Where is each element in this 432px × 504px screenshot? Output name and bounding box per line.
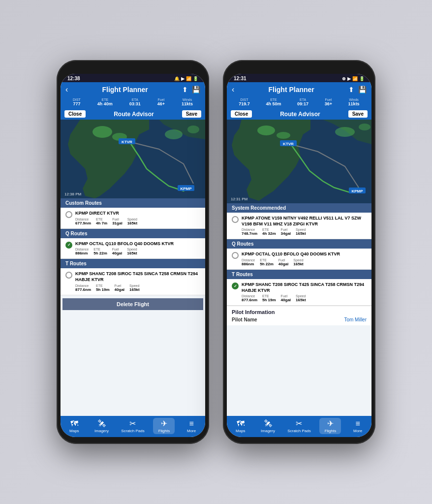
route-radio-qr1[interactable] <box>232 252 239 259</box>
section-custom-routes: Custom Routes <box>61 198 205 208</box>
svg-point-4 <box>187 126 199 133</box>
svg-point-1 <box>93 126 112 138</box>
status-time-right: 12:31 <box>234 76 247 81</box>
stat-fuel-left: Fuel 46+ <box>157 98 165 106</box>
pilot-info-section: Pilot Information Pilot Name Tom Miller <box>227 306 371 325</box>
header-icons-right: ⬆ 💾 <box>348 86 367 94</box>
routes-content-left[interactable]: Custom Routes KPMP DIRECT KTVR Distance6… <box>61 198 205 416</box>
route-radio-t1[interactable] <box>65 272 72 279</box>
save-button-right[interactable]: Save <box>348 110 368 118</box>
phone-left: 12:38 🔔 ▶ 📶 🔋 ‹ Flight Planner ⬆ 💾 <box>57 60 209 444</box>
route-item-custom-1[interactable]: KPMP DIRECT KTVR Distance677.9nm ETE4h 7… <box>61 208 205 229</box>
wifi-icon: ▶ <box>181 76 185 81</box>
route-radio-q1[interactable] <box>65 242 72 249</box>
route-item-q-1[interactable]: KPMP OCTAL Q110 BFOLO Q40 DOOMS KTVR Dis… <box>61 238 205 259</box>
scratchpads-icon-left: ✂ <box>129 419 136 428</box>
stat-fuel-right: Fuel 36+ <box>325 98 332 106</box>
route-radio-tr1[interactable] <box>232 283 239 289</box>
route-waypoints-qr1: KPMP OCTAL Q110 BFOLO Q40 DOOMS KTVR <box>242 252 367 257</box>
route-waypoints-1: KPMP DIRECT KTVR <box>75 211 200 217</box>
nav-more-left[interactable]: ≡ More <box>181 418 202 434</box>
nav-scratchpads-left[interactable]: ✂ Scratch Pads <box>118 418 148 434</box>
route-text-tr1: KPMP SHANC T208 SIROC T425 SINCA T258 CR… <box>242 282 367 302</box>
save-icon-right[interactable]: 💾 <box>358 86 367 94</box>
scratchpads-icon-right: ✂ <box>296 419 302 428</box>
route-waypoints-tr1: KPMP SHANC T208 SIROC T425 SINCA T258 CR… <box>242 282 367 293</box>
nav-scratchpads-right[interactable]: ✂ Scratch Pads <box>284 418 314 434</box>
route-advisor-bar-right: Close Route Advisor Save <box>227 108 371 120</box>
route-text-t1: KPMP SHANC T208 SIROC T425 SINCA T258 CR… <box>75 271 200 291</box>
route-radio-sys1[interactable] <box>232 216 239 223</box>
app-title-right: Flight Planner <box>268 86 314 94</box>
nav-maps-left[interactable]: 🗺 Maps <box>63 418 85 434</box>
save-button-left[interactable]: Save <box>182 110 201 118</box>
route-waypoints-q1: KPMP OCTAL Q110 BFOLO Q40 DOOMS KTVR <box>75 241 200 247</box>
header-icons-left: ⬆ 💾 <box>182 86 200 94</box>
routes-content-right[interactable]: System Recommended KPMP ATONE V159 NITNY… <box>227 203 371 416</box>
notification-icon-r: ⊕ <box>342 76 346 81</box>
nav-imagery-right[interactable]: 🛰 Imagery <box>257 418 279 434</box>
nav-imagery-left[interactable]: 🛰 Imagery <box>91 418 113 434</box>
back-button-right[interactable]: ‹ <box>232 85 234 94</box>
svg-point-12 <box>335 127 355 137</box>
flights-icon-right: ✈ <box>327 419 334 428</box>
route-advisor-title-right: Route Advisor <box>280 111 320 118</box>
back-button-left[interactable]: ‹ <box>65 85 68 94</box>
map-area-right: KTVR KPMP 12:31 PM <box>227 120 371 203</box>
save-icon-left[interactable]: 💾 <box>192 86 200 94</box>
stats-row-right: DIST 719.7 ETE 4h 50m ETA 09:17 Fuel 36+… <box>227 97 371 108</box>
svg-text:KPMP: KPMP <box>180 187 192 191</box>
route-stats-sys1: Distance748.7nm ETE4h 32m Fuel34gal Spee… <box>242 228 367 236</box>
close-button-right[interactable]: Close <box>231 110 252 118</box>
share-icon-right[interactable]: ⬆ <box>348 86 354 94</box>
nav-more-right[interactable]: ≡ More <box>347 418 369 434</box>
route-item-sys-1[interactable]: KPMP ATONE V159 NITNY V492 RELLI V511 LA… <box>227 213 371 239</box>
nav-maps-right[interactable]: 🗺 Maps <box>230 418 251 434</box>
route-radio-1[interactable] <box>65 211 72 218</box>
route-advisor-bar-left: Close Route Advisor Save <box>61 108 205 120</box>
nav-flights-right[interactable]: ✈ Flights <box>319 418 341 434</box>
share-icon-left[interactable]: ⬆ <box>182 86 188 94</box>
route-stats-qr1: Distance886nm ETE5h 22m Fuel40gal Speed1… <box>242 258 367 266</box>
stat-dist-left: DIST 777 <box>73 98 81 106</box>
stat-ete-right: ETE 4h 50m <box>266 98 281 106</box>
bottom-nav-right: 🗺 Maps 🛰 Imagery ✂ Scratch Pads ✈ Flight… <box>227 416 371 437</box>
svg-point-13 <box>359 124 370 130</box>
app-header-right: ‹ Flight Planner ⬆ 💾 <box>227 82 371 97</box>
section-system-recommended: System Recommended <box>227 203 371 213</box>
route-advisor-title-left: Route Advisor <box>114 111 154 118</box>
status-bar-right: 12:31 ⊕ ▶ 📶 🔋 <box>227 74 371 82</box>
map-time-right: 12:31 PM <box>231 197 247 201</box>
battery-icon: 🔋 <box>193 76 198 81</box>
notification-icon: 🔔 <box>174 76 180 81</box>
stats-row-left: DIST 777 ETE 4h 40m ETA 03:31 Fuel 46+ W… <box>61 97 205 108</box>
route-stats-q1: Distance886nm ETE5h 22m Fuel40gal Speed1… <box>75 248 200 255</box>
maps-icon-left: 🗺 <box>70 419 78 428</box>
stat-winds-right: Winds 11kts <box>348 98 360 106</box>
stat-eta-left: ETA 03:31 <box>129 98 141 106</box>
route-waypoints-t1: KPMP SHANC T208 SIROC T425 SINCA T258 CR… <box>75 271 200 283</box>
bottom-nav-left: 🗺 Maps 🛰 Imagery ✂ Scratch Pads ✈ Flight… <box>61 416 205 437</box>
svg-point-10 <box>257 126 275 135</box>
svg-text:KTVR: KTVR <box>122 140 132 144</box>
app-header-left: ‹ Flight Planner ⬆ 💾 <box>61 82 205 97</box>
stat-ete-left: ETE 4h 40m <box>97 98 113 106</box>
close-button-left[interactable]: Close <box>64 110 86 118</box>
route-stats-t1: Distance877.6nm ETE5h 19m Fuel40gal Spee… <box>75 284 200 292</box>
route-text-qr1: KPMP OCTAL Q110 BFOLO Q40 DOOMS KTVR Dis… <box>242 252 367 266</box>
phone-right-screen: 12:31 ⊕ ▶ 📶 🔋 ‹ Flight Planner ⬆ 💾 <box>227 74 371 437</box>
delete-flight-button-left[interactable]: Delete Flight <box>62 298 203 310</box>
map-area-left: KTVR KPMP 12:38 PM <box>61 120 205 198</box>
route-item-t-1[interactable]: KPMP SHANC T208 SIROC T425 SINCA T258 CR… <box>61 268 205 295</box>
route-text-q1: KPMP OCTAL Q110 BFOLO Q40 DOOMS KTVR Dis… <box>75 241 200 256</box>
wifi-icon-r: ▶ <box>347 76 351 81</box>
section-t-routes-right: T Routes <box>227 270 371 279</box>
route-item-q-right-1[interactable]: KPMP OCTAL Q110 BFOLO Q40 DOOMS KTVR Dis… <box>227 249 371 270</box>
nav-flights-left[interactable]: ✈ Flights <box>153 418 175 434</box>
phone-right: 12:31 ⊕ ▶ 📶 🔋 ‹ Flight Planner ⬆ 💾 <box>223 60 375 444</box>
route-text-sys1: KPMP ATONE V159 NITNY V492 RELLI V511 LA… <box>242 216 367 236</box>
app-title-left: Flight Planner <box>102 86 148 94</box>
route-item-t-right-1[interactable]: KPMP SHANC T208 SIROC T425 SINCA T258 CR… <box>227 279 371 306</box>
status-bar-left: 12:38 🔔 ▶ 📶 🔋 <box>61 74 205 82</box>
route-text-1: KPMP DIRECT KTVR Distance677.9nm ETE4h 7… <box>75 211 200 225</box>
